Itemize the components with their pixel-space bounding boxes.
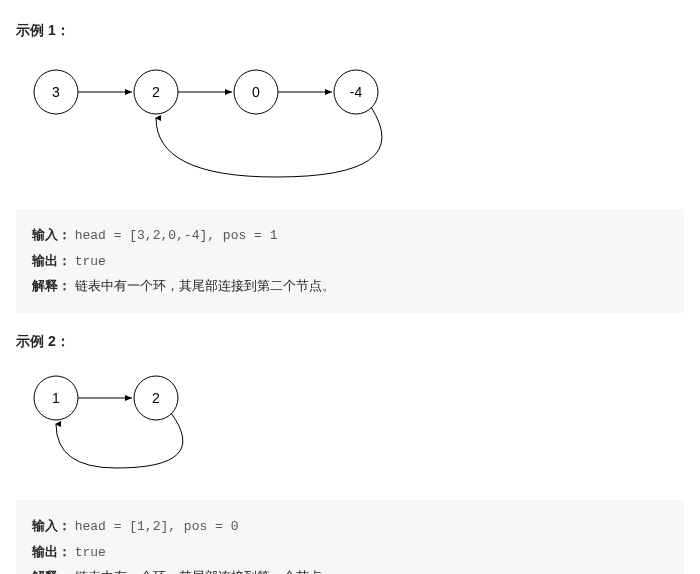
output-value: true <box>75 545 106 560</box>
output-label: 输出： <box>32 544 71 559</box>
example-1-title: 示例 1： <box>16 22 684 40</box>
example-1-diagram: 3 2 0 -4 <box>16 52 684 195</box>
ll-node-value: 1 <box>52 390 60 406</box>
explain-label: 解释： <box>32 278 71 293</box>
input-value: head = [3,2,0,-4], pos = 1 <box>75 228 278 243</box>
ll-node-value: 2 <box>152 84 160 100</box>
example-1-codeblock: 输入： head = [3,2,0,-4], pos = 1 输出： true … <box>16 209 684 313</box>
ll-node-value: 3 <box>52 84 60 100</box>
output-value: true <box>75 254 106 269</box>
input-value: head = [1,2], pos = 0 <box>75 519 239 534</box>
ll-node: 3 <box>34 70 78 114</box>
ll-node: 2 <box>134 70 178 114</box>
ll-node-value: 0 <box>252 84 260 100</box>
input-label: 输入： <box>32 227 71 242</box>
example-2-codeblock: 输入： head = [1,2], pos = 0 输出： true 解释： 链… <box>16 500 684 574</box>
input-label: 输入： <box>32 518 71 533</box>
ll-cycle-arrow <box>156 107 382 177</box>
explain-label: 解释： <box>32 569 71 574</box>
explain-value: 链表中有一个环，其尾部连接到第二个节点。 <box>75 278 335 293</box>
example-2-diagram: 1 2 <box>16 363 684 486</box>
ll-node-value: 2 <box>152 390 160 406</box>
ll-node: 1 <box>34 376 78 420</box>
ll-node: 0 <box>234 70 278 114</box>
ll-node-value: -4 <box>350 84 363 100</box>
ll-cycle-arrow <box>56 413 183 468</box>
example-2-title: 示例 2： <box>16 333 684 351</box>
output-label: 输出： <box>32 253 71 268</box>
explain-value: 链表中有一个环，其尾部连接到第一个节点。 <box>75 569 335 574</box>
